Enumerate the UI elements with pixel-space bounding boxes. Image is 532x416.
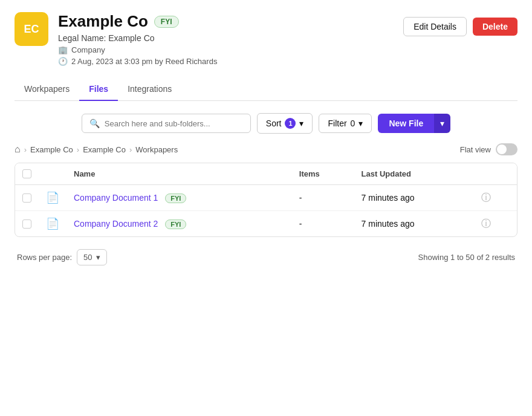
table-header-row: Name Items Last Updated	[15, 163, 517, 185]
showing-text: Showing 1 to 50 of 2 results	[418, 253, 515, 262]
file-icon-2: 📄	[46, 218, 59, 230]
fyi-badge: FYI	[154, 16, 179, 28]
info-icon-2[interactable]: ⓘ	[481, 218, 491, 229]
filter-button[interactable]: Filter 0 ▾	[319, 114, 372, 133]
flat-view-control: Flat view	[460, 143, 517, 155]
new-file-dropdown-button[interactable]: ▾	[434, 114, 450, 133]
row-updated-cell-2: 7 minutes ago	[354, 211, 474, 237]
row-icon-cell: 📄	[39, 185, 66, 211]
page-header: EC Example Co FYI Legal Name: Example Co…	[15, 12, 517, 66]
rows-per-page: Rows per page: 50 ▾	[17, 249, 107, 265]
col-items: Items	[292, 163, 354, 185]
table-row: 📄 Company Document 2 FYI - 7 minutes ago…	[15, 211, 517, 237]
filter-label: Filter	[328, 119, 346, 128]
row-checkbox-2[interactable]	[22, 219, 31, 229]
header-title-row: Example Co FYI	[58, 12, 217, 31]
row-items-cell-2: -	[292, 211, 354, 237]
flat-view-toggle[interactable]	[496, 143, 517, 155]
home-icon[interactable]: ⌂	[15, 144, 21, 155]
filter-chevron-icon: ▾	[358, 119, 363, 128]
toggle-knob	[497, 145, 507, 154]
company-type-label: Company	[71, 45, 105, 54]
search-icon: 🔍	[89, 119, 100, 128]
row-info-cell-1: ⓘ	[474, 185, 517, 211]
edit-details-button[interactable]: Edit Details	[403, 17, 467, 36]
col-name[interactable]: Name	[66, 163, 292, 185]
flat-view-label: Flat view	[460, 145, 491, 154]
breadcrumb: ⌂ › Example Co › Example Co › Workpapers	[15, 144, 178, 155]
breadcrumb-item-1[interactable]: Example Co	[30, 145, 73, 154]
row-checkbox-cell	[15, 211, 39, 237]
type-row: 🏢 Company	[58, 45, 217, 54]
breadcrumb-sep-1: ›	[24, 145, 27, 154]
header-info: Example Co FYI Legal Name: Example Co 🏢 …	[58, 12, 217, 66]
timestamp: 2 Aug, 2023 at 3:03 pm by Reed Richards	[71, 57, 217, 66]
col-last-updated: Last Updated	[354, 163, 474, 185]
sort-label: Sort	[266, 119, 282, 128]
file-icon-1: 📄	[46, 192, 59, 204]
breadcrumb-item-3[interactable]: Workpapers	[135, 145, 178, 154]
company-type-icon: 🏢	[58, 45, 68, 54]
filter-count: 0	[351, 119, 355, 128]
row-checkbox-1[interactable]	[22, 193, 31, 203]
row-name-cell: Company Document 2 FYI	[66, 211, 292, 237]
row-info-cell-2: ⓘ	[474, 211, 517, 237]
search-box[interactable]: 🔍	[82, 114, 251, 133]
rows-per-page-select[interactable]: 50 ▾	[77, 249, 106, 265]
tab-workpapers[interactable]: Workpapers	[15, 78, 79, 101]
row-checkbox-cell	[15, 185, 39, 211]
clock-icon: 🕐	[58, 57, 68, 66]
toolbar: 🔍 Sort 1 ▾ Filter 0 ▾ New File ▾	[15, 113, 517, 134]
col-icon	[39, 163, 66, 185]
sort-button[interactable]: Sort 1 ▾	[257, 113, 313, 134]
row-items-cell-1: -	[292, 185, 354, 211]
company-name: Example Co	[58, 12, 148, 31]
new-file-group: New File ▾	[378, 114, 450, 133]
timestamp-row: 🕐 2 Aug, 2023 at 3:03 pm by Reed Richard…	[58, 57, 217, 66]
tab-integrations[interactable]: Integrations	[118, 78, 181, 101]
tab-bar: Workpapers Files Integrations	[15, 78, 517, 101]
breadcrumb-item-2[interactable]: Example Co	[83, 145, 126, 154]
header-actions: Edit Details Delete	[403, 17, 517, 36]
col-actions	[474, 163, 517, 185]
file-badge-1: FYI	[165, 193, 186, 203]
breadcrumb-sep-2: ›	[77, 145, 79, 154]
info-icon-1[interactable]: ⓘ	[481, 192, 491, 203]
header-left: EC Example Co FYI Legal Name: Example Co…	[15, 12, 217, 66]
rows-per-page-label: Rows per page:	[17, 253, 72, 262]
pagination-row: Rows per page: 50 ▾ Showing 1 to 50 of 2…	[15, 247, 517, 268]
search-input[interactable]	[105, 119, 243, 128]
sort-count-badge: 1	[285, 118, 296, 129]
row-name-cell: Company Document 1 FYI	[66, 185, 292, 211]
sort-chevron-icon: ▾	[299, 119, 303, 128]
new-file-dropdown-icon: ▾	[440, 119, 444, 128]
breadcrumb-row: ⌂ › Example Co › Example Co › Workpapers…	[15, 143, 517, 155]
tab-files[interactable]: Files	[79, 78, 118, 101]
file-name-link-2[interactable]: Company Document 2	[74, 219, 158, 229]
row-icon-cell: 📄	[39, 211, 66, 237]
file-badge-2: FYI	[165, 219, 186, 229]
row-updated-cell-1: 7 minutes ago	[354, 185, 474, 211]
select-all-checkbox[interactable]	[22, 169, 31, 178]
rows-per-page-chevron: ▾	[96, 253, 100, 262]
files-table: Name Items Last Updated 📄 Company Docume…	[15, 163, 517, 236]
breadcrumb-sep-3: ›	[129, 145, 132, 154]
rows-per-page-value: 50	[83, 253, 92, 262]
legal-name: Legal Name: Example Co	[58, 33, 217, 43]
delete-button[interactable]: Delete	[473, 18, 517, 36]
avatar: EC	[15, 12, 48, 46]
files-table-wrap: Name Items Last Updated 📄 Company Docume…	[15, 163, 517, 237]
table-row: 📄 Company Document 1 FYI - 7 minutes ago…	[15, 185, 517, 211]
new-file-button[interactable]: New File	[378, 114, 434, 133]
col-checkbox	[15, 163, 39, 185]
file-name-link-1[interactable]: Company Document 1	[74, 193, 158, 203]
